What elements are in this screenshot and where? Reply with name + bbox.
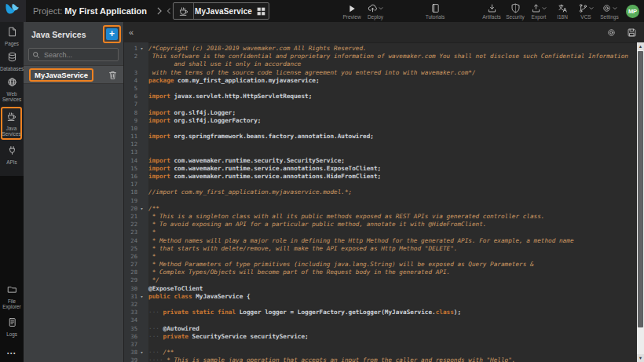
fold-gutter: [137, 333, 146, 341]
fold-arrow-icon[interactable]: ▾: [137, 349, 146, 357]
search-row: [24, 45, 123, 65]
fold-gutter: [137, 148, 146, 156]
code-text: */: [146, 276, 159, 284]
vcs-button[interactable]: VCS: [574, 0, 598, 22]
fold-arrow-icon[interactable]: ▾: [137, 293, 146, 301]
deploy-button[interactable]: Deploy: [364, 0, 387, 22]
fold-gutter: [137, 237, 146, 245]
fold-gutter: [137, 60, 146, 68]
avatar[interactable]: MP: [626, 5, 639, 18]
code-line[interactable]: 9import org.slf4j.LoggerFactory;: [124, 117, 637, 125]
scrollbar-thumb[interactable]: [638, 51, 643, 327]
shield-icon: [510, 2, 521, 13]
code-line[interactable]: 10: [124, 125, 637, 133]
branch-icon: [578, 2, 594, 13]
code-line[interactable]: 8import org.slf4j.Logger;: [124, 109, 637, 117]
code-line[interactable]: 2 This software is the confidential and …: [124, 53, 637, 60]
code-text: /*Copyright (c) 2018-2019 wavemaker.com …: [146, 45, 367, 53]
fold-gutter: [137, 69, 146, 77]
sidebar-item-apis[interactable]: APIs: [0, 144, 24, 165]
artifacts-button[interactable]: Artifacts: [480, 0, 503, 22]
code-line[interactable]: 3 with the terms of the source code lice…: [124, 69, 637, 77]
code-line[interactable]: 16import com.wavemaker.runtime.service.a…: [124, 173, 637, 181]
add-service-button[interactable]: +: [106, 28, 118, 40]
export-button[interactable]: Export: [527, 0, 551, 22]
code-line[interactable]: 17: [124, 181, 637, 188]
code-line[interactable]: 19: [124, 197, 637, 205]
code-line[interactable]: 30@ExposeToClient: [124, 285, 637, 293]
line-number: 37: [124, 341, 137, 349]
scroll-down-icon[interactable]: ▼: [637, 354, 644, 362]
tutorials-button[interactable]: Tutorials: [423, 0, 447, 22]
fold-gutter: [137, 141, 146, 148]
gear-icon[interactable]: [606, 27, 617, 38]
code-line[interactable]: 25 * that starts with delete/remove, wil…: [124, 245, 637, 253]
preview-button[interactable]: Preview: [340, 0, 364, 22]
sidebar-item-pages[interactable]: Pages: [0, 26, 24, 46]
sidebar-item-web-services[interactable]: Web Services: [0, 76, 24, 102]
code-line[interactable]: 20▾/**: [124, 205, 637, 213]
code-area[interactable]: 1▾/*Copyright (c) 2018-2019 wavemaker.co…: [124, 42, 637, 362]
code-line[interactable]: 26 *: [124, 253, 637, 261]
sidebar-item-file-explorer[interactable]: File Explorer: [0, 283, 24, 309]
sidebar-item-label: File Explorer: [0, 298, 24, 309]
code-line[interactable]: 23 *: [124, 229, 637, 236]
code-line[interactable]: 22 * To avoid exposing an API for a part…: [124, 221, 637, 229]
code-line[interactable]: 31▾public class MyJavaService {: [124, 293, 637, 301]
code-text: import org.slf4j.Logger;: [146, 109, 236, 117]
list-item-myjavaservice[interactable]: MyJavaService: [24, 65, 123, 84]
code-line[interactable]: 21 * This is a singleton class with all …: [124, 213, 637, 221]
fold-gutter: [137, 173, 146, 181]
code-line[interactable]: 32: [124, 301, 637, 309]
code-line[interactable]: 4package com.my_first_application.myjava…: [124, 77, 637, 85]
code-line[interactable]: 6import javax.servlet.http.HttpServletRe…: [124, 93, 637, 101]
code-line[interactable]: 13: [124, 148, 637, 156]
fold-arrow-icon[interactable]: ▾: [137, 45, 146, 53]
search-box: [28, 48, 119, 61]
save-icon[interactable]: [627, 27, 637, 38]
scroll-up-icon[interactable]: ▲: [637, 42, 644, 50]
code-line[interactable]: 14import com.wavemaker.runtime.security.…: [124, 157, 637, 165]
code-line[interactable]: 12: [124, 141, 637, 148]
code-line[interactable]: 15import com.wavemaker.runtime.service.a…: [124, 165, 637, 173]
code-line[interactable]: 24 * Method names will play a major role…: [124, 237, 637, 245]
sidebar-item-databases[interactable]: Databases: [0, 51, 24, 71]
line-number: 4: [124, 77, 137, 85]
settings-button[interactable]: Settings: [598, 0, 621, 22]
wavemaker-logo[interactable]: [0, 0, 26, 22]
more-options-icon[interactable]: •••: [7, 350, 16, 356]
code-line[interactable]: 1▾/*Copyright (c) 2018-2019 wavemaker.co…: [124, 45, 637, 53]
code-line[interactable]: 38▾··· /**: [124, 349, 637, 357]
code-line[interactable]: 34: [124, 316, 637, 324]
code-line[interactable]: 29 */: [124, 276, 637, 284]
fold-arrow-icon[interactable]: ▾: [137, 205, 146, 213]
tab-myjavaservice[interactable]: MyJavaService: [173, 2, 269, 20]
collapse-panel-icon[interactable]: «: [129, 28, 134, 37]
code-line[interactable]: 27 * Method Parameters of type primitive…: [124, 261, 637, 269]
code-line[interactable]: 28 * Complex Types/Objects will become p…: [124, 269, 637, 276]
code-line[interactable]: 7: [124, 101, 637, 108]
code-line[interactable]: 11import org.springframework.beans.facto…: [124, 133, 637, 141]
line-number: 3: [124, 69, 137, 77]
tab-scroll-left-icon[interactable]: [166, 8, 171, 14]
code-line[interactable]: and shall use it only in accordance: [124, 60, 637, 68]
code-line[interactable]: 5: [124, 85, 637, 93]
code-line[interactable]: 37: [124, 341, 637, 349]
sidebar-item-logs[interactable]: Logs: [0, 316, 24, 337]
search-input[interactable]: [42, 50, 115, 60]
line-number: 20: [124, 205, 137, 213]
code-line[interactable]: 39···· * This is sample java operation t…: [124, 357, 637, 362]
code-text: import org.slf4j.LoggerFactory;: [146, 117, 262, 125]
security-button[interactable]: Security: [503, 0, 527, 22]
fold-gutter: [137, 245, 146, 253]
code-line[interactable]: 33··· private static final Logger logger…: [124, 309, 637, 316]
i18n-button[interactable]: I18N: [551, 0, 574, 22]
code-line[interactable]: 36··· private SecurityService securitySe…: [124, 333, 637, 341]
grid-icon[interactable]: [253, 7, 269, 16]
trash-icon[interactable]: [108, 70, 118, 80]
code-line[interactable]: 18//import com.my_first_application.myja…: [124, 188, 637, 196]
coffee-icon: [6, 111, 16, 125]
sidebar-item-java-services[interactable]: Java Services: [1, 107, 22, 140]
code-line[interactable]: 35··· @Autowired: [124, 325, 637, 333]
editor-scrollbar[interactable]: ▲ ▼: [637, 42, 644, 362]
